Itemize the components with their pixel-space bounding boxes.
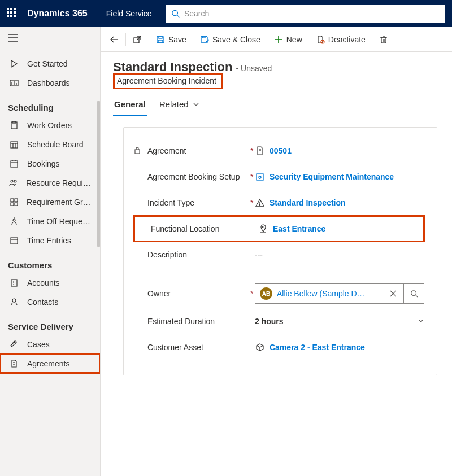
field-customer-asset[interactable]: Customer Asset Camera 2 - East Entrance [134,334,424,360]
cube-icon [255,343,265,352]
svg-line-1 [177,15,179,18]
nav-bookings[interactable]: Bookings [0,154,100,173]
nav-label: Schedule Board [27,140,84,149]
field-booking-setup[interactable]: Agreement Booking Setup * Security Equip… [134,164,424,190]
global-header: Dynamics 365 Field Service [0,0,452,27]
location-icon [258,224,268,233]
back-button[interactable] [103,27,125,51]
svg-point-61 [260,205,260,206]
search-icon [171,9,180,18]
field-label: Owner [147,289,171,298]
grid-icon [8,198,20,207]
owner-name[interactable]: Allie Bellew (Sample D… [277,289,365,298]
lookup-search-button[interactable] [403,284,424,303]
svg-point-20 [11,180,13,182]
nav-resource-requirements[interactable]: Resource Require… [0,173,100,193]
svg-rect-22 [11,199,14,202]
nav-work-orders[interactable]: Work Orders [0,116,100,135]
new-button[interactable]: New [267,27,309,51]
field-estimated-duration[interactable]: Estimated Duration 2 hours [134,308,424,334]
svg-line-67 [415,295,418,298]
field-value-link[interactable]: Camera 2 - East Entrance [270,343,365,352]
nav-label: Resource Require… [26,178,92,187]
page-header: Standard Inspection - Unsaved Agreement … [101,52,452,375]
save-button[interactable]: Save [149,27,193,51]
field-incident-type[interactable]: Incident Type * Standard Inspection [134,190,424,216]
nav-time-entries[interactable]: Time Entries [0,231,100,250]
svg-rect-47 [381,37,386,43]
field-value-link[interactable]: 00501 [270,146,292,155]
required-indicator: * [250,198,255,207]
tab-related[interactable]: Related [158,96,200,116]
svg-rect-23 [15,199,18,202]
svg-marker-5 [11,60,17,67]
field-description[interactable]: Description --- [134,242,424,268]
nav-dashboards[interactable]: Dashboards [0,73,100,93]
form-tabs: General Related [113,96,440,117]
form-general-section: Agreement * 00501 Agreement Booking Setu… [123,127,437,375]
field-value-link[interactable]: East Entrance [273,224,325,233]
chevron-down-icon [418,317,424,324]
left-nav: Get Started Dashboards Scheduling Work O… [0,27,101,476]
wrench-icon [8,340,20,349]
plus-icon [274,35,283,44]
field-value: 2 hours [255,317,284,326]
field-value-link[interactable]: Security Equipment Maintenance [270,172,394,181]
field-label: Incident Type [147,198,194,207]
required-indicator: * [250,172,255,181]
svg-point-21 [14,180,16,182]
gear-calendar-icon [255,172,265,181]
nav-collapse-button[interactable] [0,27,100,49]
sidebar-scrollbar[interactable] [97,27,100,476]
nav-label: Dashboards [27,78,70,88]
nav-get-started[interactable]: Get Started [0,54,100,73]
nav-agreements[interactable]: Agreements [0,354,100,373]
field-label: Estimated Duration [147,317,215,326]
tab-label: General [114,99,146,109]
trash-icon [379,35,388,44]
duration-dropdown[interactable] [418,317,424,326]
svg-rect-40 [159,36,162,38]
nav-schedule-board[interactable]: Schedule Board [0,135,100,154]
search-input[interactable] [184,9,440,18]
calendar-icon [8,236,20,245]
clear-owner-button[interactable] [383,284,403,303]
document-icon [8,359,20,368]
field-functional-location[interactable]: Functional Location East Entrance [134,216,424,242]
nav-label: Agreements [27,359,69,368]
save-close-label: Save & Close [212,35,260,44]
dashboard-icon [8,78,20,88]
open-new-window-button[interactable] [126,27,149,51]
owner-lookup[interactable]: AB Allie Bellew (Sample D… [255,283,424,304]
app-launcher-icon[interactable] [7,8,18,19]
field-label: Agreement [147,146,186,155]
nav-cases[interactable]: Cases [0,335,100,354]
clipboard-icon [8,121,20,130]
new-label: New [286,35,302,44]
arrow-left-icon [110,35,119,44]
vacation-icon [8,217,20,226]
nav-requirement-groups[interactable]: Requirement Gro… [0,193,100,212]
svg-line-70 [260,346,263,347]
field-label: Description [147,250,187,259]
tab-general[interactable]: General [113,96,147,116]
svg-rect-16 [11,161,18,167]
nav-contacts[interactable]: Contacts [0,292,100,312]
delete-button[interactable] [372,27,395,51]
field-owner[interactable]: Owner * AB Allie Bellew (Sample D… [134,279,424,308]
global-search[interactable] [166,5,445,23]
required-indicator: * [250,289,255,298]
field-value: --- [255,250,263,259]
save-close-icon [200,35,209,44]
field-value-link[interactable]: Standard Inspection [270,198,346,207]
nav-accounts[interactable]: Accounts [0,273,100,292]
unsaved-indicator: - Unsaved [236,64,272,73]
field-agreement[interactable]: Agreement * 00501 [134,138,424,164]
svg-point-56 [259,176,261,178]
warning-icon [255,198,265,207]
nav-time-off-requests[interactable]: Time Off Requests [0,212,100,231]
deactivate-button[interactable]: Deactivate [309,27,372,51]
required-indicator: * [250,146,255,155]
save-close-button[interactable]: Save & Close [193,27,267,51]
nav-label: Requirement Gro… [27,198,92,207]
